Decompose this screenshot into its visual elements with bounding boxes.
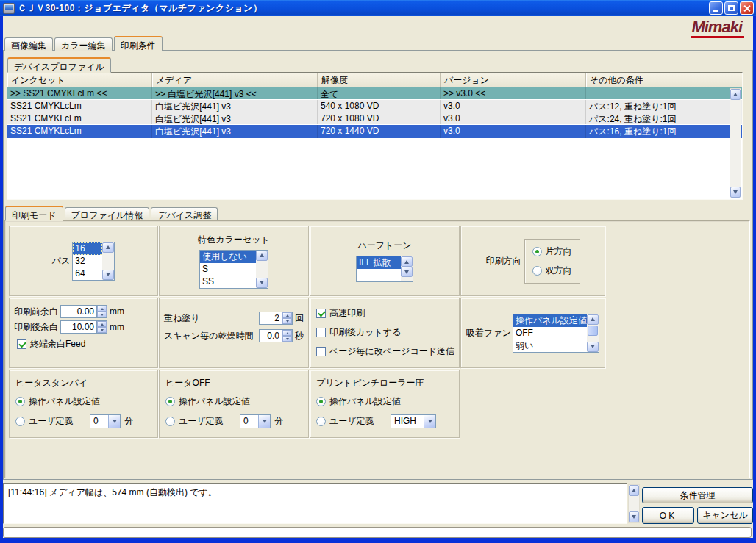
- pinch-roller-user-row[interactable]: ユーザ定義 HIGH: [316, 414, 453, 428]
- scrollbar-track[interactable]: [730, 100, 741, 187]
- tab-profile-info[interactable]: プロファイル情報: [65, 207, 150, 220]
- dropdown-icon[interactable]: [424, 415, 435, 428]
- pinch-roller-panel-row[interactable]: 操作パネル設定値: [316, 395, 453, 408]
- spin-down-icon[interactable]: [97, 312, 107, 317]
- pass-listbox[interactable]: 16 32 64: [72, 242, 115, 281]
- heater-off-user-row[interactable]: ユーザ定義 0 分: [165, 414, 302, 428]
- table-row[interactable]: >> SS21 CMYKLcLm << >> 白塩ビ光沢[441] v3 << …: [7, 87, 742, 100]
- checkbox-icon[interactable]: [316, 347, 326, 356]
- margin-after-value[interactable]: 10.00: [61, 321, 96, 333]
- tab-image-edit[interactable]: 画像編集: [4, 37, 53, 51]
- fan-option[interactable]: OFF: [513, 327, 587, 339]
- tab-print-mode[interactable]: 印刷モード: [5, 206, 63, 221]
- halftone-option[interactable]: ILL 拡散: [357, 256, 401, 269]
- heater-standby-combo[interactable]: 0: [90, 414, 121, 428]
- scroll-down-icon[interactable]: [730, 187, 741, 198]
- cancel-button[interactable]: キャンセル: [697, 507, 753, 524]
- pass-option[interactable]: 64: [73, 267, 102, 280]
- spin-up-icon[interactable]: [97, 321, 107, 327]
- fan-option[interactable]: 弱い: [513, 339, 587, 352]
- pass-scrollbar[interactable]: [102, 242, 114, 280]
- ok-button[interactable]: OK: [642, 507, 694, 524]
- table-scrollbar[interactable]: [730, 88, 741, 198]
- checkbox-icon[interactable]: [17, 339, 26, 349]
- heater-off-combo[interactable]: 0: [240, 414, 271, 428]
- spot-color-option[interactable]: S: [200, 263, 256, 276]
- column-header-version[interactable]: バージョン: [441, 73, 586, 87]
- title-bar[interactable]: ＣＪＶ30-100：ジョブエディタ（マルチファンクション）: [0, 0, 756, 16]
- heater-standby-panel-row[interactable]: 操作パネル設定値: [15, 395, 151, 408]
- radio-icon[interactable]: [532, 266, 542, 276]
- radio-icon[interactable]: [165, 417, 175, 426]
- spot-color-listbox[interactable]: 使用しない S SS: [199, 250, 268, 289]
- column-header-inkset[interactable]: インクセット: [7, 73, 152, 87]
- close-button[interactable]: [740, 1, 754, 15]
- radio-icon[interactable]: [316, 417, 326, 426]
- margin-after-field[interactable]: 10.00: [60, 320, 107, 334]
- tab-device-adjust[interactable]: デバイス調整: [151, 207, 218, 220]
- pass-option[interactable]: 16: [73, 242, 102, 255]
- checkbox-icon[interactable]: [316, 309, 326, 318]
- dropdown-icon[interactable]: [258, 415, 270, 428]
- tab-device-profile[interactable]: デバイスプロファイル: [7, 57, 111, 73]
- overcoat-field[interactable]: 2: [259, 312, 293, 325]
- spin-up-icon[interactable]: [282, 330, 292, 336]
- spin-up-icon[interactable]: [97, 306, 107, 312]
- halftone-listbox[interactable]: ILL 拡散: [356, 256, 413, 282]
- column-header-other[interactable]: その他の条件: [586, 73, 742, 87]
- suction-fan-listbox[interactable]: 操作パネル設定値 OFF 弱い: [513, 314, 599, 353]
- spot-color-scrollbar[interactable]: [256, 251, 268, 288]
- scrollbar-thumb[interactable]: [588, 326, 598, 336]
- pinch-roller-combo[interactable]: HIGH: [391, 414, 436, 428]
- page-code-row[interactable]: ページ毎に改ページコード送信: [316, 345, 453, 358]
- spot-color-option[interactable]: 使用しない: [200, 251, 256, 263]
- condition-manage-button[interactable]: 条件管理: [642, 487, 753, 503]
- radio-icon[interactable]: [316, 397, 326, 406]
- spin-up-icon[interactable]: [282, 312, 292, 318]
- dropdown-icon[interactable]: [108, 415, 120, 428]
- margin-before-field[interactable]: 0.00: [60, 305, 107, 318]
- tab-print-condition[interactable]: 印刷条件: [114, 36, 163, 51]
- drying-field[interactable]: 0.0: [259, 329, 293, 342]
- scroll-up-icon[interactable]: [730, 89, 741, 100]
- cut-after-print-row[interactable]: 印刷後カットする: [316, 326, 453, 339]
- checkbox-icon[interactable]: [316, 328, 326, 337]
- halftone-scrollbar[interactable]: [401, 256, 413, 281]
- column-header-media[interactable]: メディア: [152, 73, 318, 87]
- spin-down-icon[interactable]: [282, 336, 292, 342]
- scroll-up-icon[interactable]: [587, 314, 599, 325]
- scroll-down-icon[interactable]: [102, 270, 114, 280]
- table-row[interactable]: SS21 CMYKLcLm 白塩ビ光沢[441] v3 720 x 1080 V…: [7, 112, 742, 125]
- pass-option[interactable]: 32: [73, 255, 102, 267]
- log-message-area[interactable]: [11:44:16] メディア幅は、574 mm (自動検出) です。: [3, 483, 627, 524]
- scroll-up-icon[interactable]: [401, 256, 413, 267]
- radio-icon[interactable]: [15, 417, 25, 426]
- tab-color-edit[interactable]: カラー編集: [54, 37, 113, 51]
- heater-off-panel-row[interactable]: 操作パネル設定値: [165, 395, 302, 408]
- log-scrollbar[interactable]: [628, 484, 640, 523]
- radio-icon[interactable]: [15, 397, 25, 406]
- scroll-up-icon[interactable]: [256, 251, 268, 261]
- radio-icon[interactable]: [532, 247, 542, 256]
- scroll-up-icon[interactable]: [102, 242, 114, 253]
- suction-fan-scrollbar[interactable]: [587, 314, 599, 352]
- margin-before-value[interactable]: 0.00: [61, 306, 96, 317]
- scroll-down-icon[interactable]: [401, 267, 413, 277]
- overcoat-value[interactable]: 2: [260, 312, 282, 324]
- spot-color-option[interactable]: SS: [200, 276, 256, 288]
- radio-icon[interactable]: [165, 397, 175, 406]
- table-row[interactable]: SS21 CMYKLcLm 白塩ビ光沢[441] v3 540 x 1080 V…: [7, 100, 742, 112]
- spin-down-icon[interactable]: [97, 327, 107, 333]
- spin-down-icon[interactable]: [282, 318, 292, 324]
- halftone-option-empty[interactable]: [357, 269, 401, 281]
- scroll-down-icon[interactable]: [629, 511, 639, 522]
- table-row-selected[interactable]: SS21 CMYKLcLm 白塩ビ光沢[441] v3 720 x 1440 V…: [7, 125, 742, 138]
- feed-checkbox-row[interactable]: 終端余白Feed: [17, 338, 153, 350]
- scroll-up-icon[interactable]: [629, 485, 639, 496]
- column-header-resolution[interactable]: 解像度: [318, 73, 441, 87]
- fan-option[interactable]: 操作パネル設定値: [513, 314, 587, 327]
- maximize-button[interactable]: [724, 1, 738, 15]
- scrollbar-track[interactable]: [629, 496, 639, 511]
- minimize-button[interactable]: [709, 1, 723, 15]
- scroll-down-icon[interactable]: [256, 278, 268, 288]
